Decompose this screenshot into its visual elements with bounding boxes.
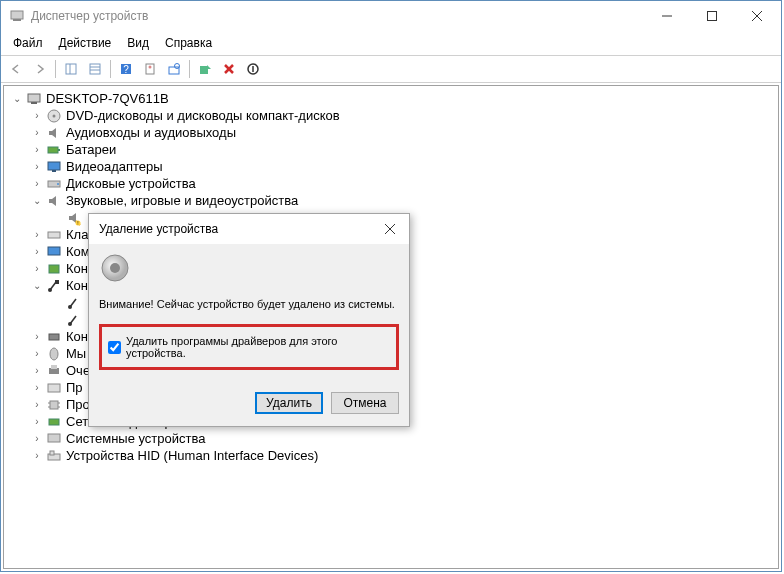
mouse-icon	[46, 346, 62, 362]
maximize-button[interactable]	[689, 2, 734, 30]
expander-icon[interactable]: ›	[30, 177, 44, 191]
computer-icon	[46, 244, 62, 260]
menu-file[interactable]: Файл	[5, 33, 51, 53]
dialog-message: Внимание! Сейчас устройство будет удален…	[99, 298, 399, 310]
svg-point-57	[110, 263, 120, 273]
software-icon	[46, 380, 62, 396]
expander-icon[interactable]: ›	[30, 245, 44, 259]
svg-rect-37	[55, 280, 59, 284]
checkbox-label: Удалить программы драйверов для этого ус…	[126, 335, 390, 359]
svg-rect-45	[50, 401, 58, 409]
ok-button[interactable]: Удалить	[255, 392, 323, 414]
svg-rect-6	[66, 64, 76, 74]
back-button[interactable]	[5, 58, 27, 80]
tree-item[interactable]: › Дисковые устройства	[8, 175, 778, 192]
expander-icon[interactable]: ›	[30, 262, 44, 276]
scan-button[interactable]	[163, 58, 185, 80]
svg-rect-3	[707, 12, 716, 21]
display-icon	[46, 159, 62, 175]
tree-item[interactable]: › Батареи	[8, 141, 778, 158]
svg-point-30	[57, 183, 59, 185]
svg-rect-22	[31, 102, 37, 104]
delete-driver-checkbox[interactable]	[108, 341, 121, 354]
svg-rect-50	[49, 419, 59, 425]
app-icon	[9, 8, 25, 24]
tree-label: Кла	[66, 227, 88, 242]
expander-icon[interactable]: ›	[30, 160, 44, 174]
usb-icon	[66, 295, 82, 311]
dialog-title-text: Удаление устройства	[99, 222, 218, 236]
sound-icon: !	[66, 210, 82, 226]
tree-item[interactable]: › Устройства HID (Human Interface Device…	[8, 447, 778, 464]
properties2-button[interactable]	[139, 58, 161, 80]
menubar: Файл Действие Вид Справка	[1, 31, 781, 56]
tree-item[interactable]: › DVD-дисководы и дисководы компакт-диск…	[8, 107, 778, 124]
show-hide-button[interactable]	[60, 58, 82, 80]
expander-icon[interactable]: ›	[30, 347, 44, 361]
tree-root[interactable]: ⌄ DESKTOP-7QV611B	[8, 90, 778, 107]
forward-button[interactable]	[29, 58, 51, 80]
tree-label: Кон	[66, 261, 88, 276]
expander-icon[interactable]: ›	[30, 449, 44, 463]
expander-icon[interactable]: ›	[30, 228, 44, 242]
tree-label: DVD-дисководы и дисководы компакт-дисков	[66, 108, 340, 123]
svg-point-16	[175, 64, 180, 69]
tree-label: Звуковые, игровые и видеоустройства	[66, 193, 298, 208]
window-title: Диспетчер устройств	[31, 9, 644, 23]
tree-item[interactable]: ⌄ Звуковые, игровые и видеоустройства	[8, 192, 778, 209]
expander-icon[interactable]: ›	[30, 432, 44, 446]
svg-point-14	[149, 66, 152, 69]
expander-icon[interactable]: ›	[30, 381, 44, 395]
expander-icon[interactable]: ›	[30, 143, 44, 157]
svg-rect-33	[48, 232, 60, 238]
expander-icon[interactable]: ›	[30, 364, 44, 378]
delete-driver-checkbox-row[interactable]: Удалить программы драйверов для этого ус…	[108, 335, 390, 359]
tree-label: Аудиовходы и аудиовыходы	[66, 125, 236, 140]
properties-button[interactable]	[84, 58, 106, 80]
expander-icon[interactable]: ⌄	[30, 194, 44, 208]
menu-help[interactable]: Справка	[157, 33, 220, 53]
tree-item[interactable]: › Аудиовходы и аудиовыходы	[8, 124, 778, 141]
keyboard-icon	[46, 227, 62, 243]
svg-rect-34	[48, 247, 60, 255]
usb-icon	[66, 312, 82, 328]
minimize-button[interactable]	[644, 2, 689, 30]
uninstall-button[interactable]	[218, 58, 240, 80]
menu-action[interactable]: Действие	[51, 33, 120, 53]
svg-rect-17	[200, 66, 208, 74]
expander-icon[interactable]: ›	[30, 415, 44, 429]
cancel-button[interactable]: Отмена	[331, 392, 399, 414]
update-driver-button[interactable]	[194, 58, 216, 80]
close-button[interactable]	[734, 2, 779, 30]
usb-icon	[46, 278, 62, 294]
expander-icon[interactable]: ›	[30, 126, 44, 140]
expander-icon[interactable]: ›	[30, 330, 44, 344]
dialog-close-button[interactable]	[377, 218, 403, 240]
toolbar: ?	[1, 56, 781, 83]
network-icon	[46, 414, 62, 430]
expander-icon[interactable]: ›	[30, 109, 44, 123]
help-button[interactable]: ?	[115, 58, 137, 80]
expander-icon[interactable]: ⌄	[30, 279, 44, 293]
tree-item[interactable]: › Видеоадаптеры	[8, 158, 778, 175]
tree-item[interactable]: › Системные устройства	[8, 430, 778, 447]
svg-rect-25	[48, 147, 58, 153]
tree-label: Пр	[66, 380, 83, 395]
svg-rect-51	[48, 434, 60, 442]
svg-rect-27	[48, 162, 60, 170]
tree-label: Дисковые устройства	[66, 176, 196, 191]
expander-icon[interactable]: ›	[30, 398, 44, 412]
audio-icon	[46, 125, 62, 141]
tree-label: Батареи	[66, 142, 116, 157]
tree-label: Системные устройства	[66, 431, 205, 446]
expander-icon[interactable]: ⌄	[10, 92, 24, 106]
svg-rect-44	[48, 384, 60, 392]
menu-view[interactable]: Вид	[119, 33, 157, 53]
disk-icon	[46, 176, 62, 192]
hid-icon	[46, 448, 62, 464]
tree-label: DESKTOP-7QV611B	[46, 91, 169, 106]
svg-rect-1	[13, 19, 21, 21]
computer-icon	[26, 91, 42, 107]
disable-button[interactable]	[242, 58, 264, 80]
tree-label: Кон	[66, 278, 88, 293]
